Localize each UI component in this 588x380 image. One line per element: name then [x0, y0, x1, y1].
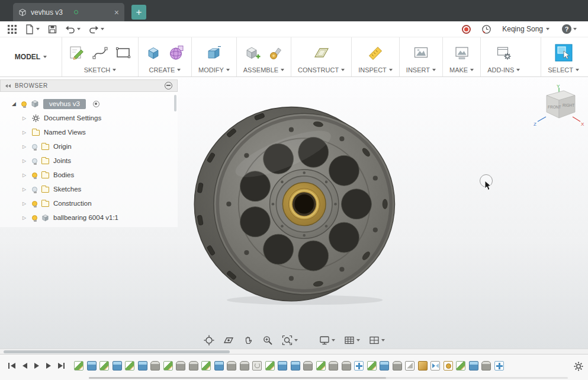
disclosure-icon[interactable]: ▷ — [23, 187, 28, 192]
disclosure-icon[interactable]: ▷ — [23, 116, 28, 121]
timeline-feature-sketch[interactable] — [456, 361, 465, 371]
select-button[interactable] — [555, 44, 573, 62]
timeline-feature-cylinder[interactable] — [150, 361, 160, 371]
disclosure-icon[interactable]: ▷ — [23, 130, 28, 135]
timeline-feature-extrude[interactable] — [380, 361, 389, 371]
ribbon-group-label[interactable]: SELECT — [548, 65, 579, 75]
timeline-feature-cylinder[interactable] — [240, 361, 249, 371]
minimize-panel-icon[interactable] — [165, 82, 172, 90]
browser-scrollbar[interactable] — [174, 95, 176, 111]
timeline-feature-combine[interactable] — [418, 361, 428, 371]
model-3d-view[interactable] — [184, 98, 410, 312]
timeline-feature-sketch[interactable] — [367, 361, 377, 371]
timeline-step-forward-button[interactable] — [43, 360, 54, 371]
ribbon-group-label[interactable]: ADD-INS — [487, 65, 520, 75]
browser-item[interactable]: ▷Joints — [0, 154, 178, 168]
browser-root-item[interactable]: ◢ vevhus v3 — [0, 97, 178, 111]
timeline-scrollbar-thumb[interactable] — [89, 377, 386, 379]
spline-button[interactable] — [92, 44, 108, 61]
timeline-feature-extrude[interactable] — [469, 361, 478, 371]
extrude-button[interactable] — [145, 44, 162, 61]
timeline-feature-cylinder[interactable] — [227, 361, 236, 371]
scripts-addins-button[interactable] — [496, 44, 512, 61]
timeline-feature-cylinder[interactable] — [342, 361, 351, 371]
collapse-panel-icon[interactable] — [5, 84, 11, 88]
disclosure-icon[interactable]: ▷ — [23, 201, 28, 206]
timeline-feature-extrude[interactable] — [291, 361, 300, 371]
timeline-skip-end-button[interactable] — [54, 360, 69, 371]
document-tab[interactable]: vevhus v3 × — [13, 3, 124, 21]
timeline-feature-cylinder[interactable] — [303, 361, 313, 371]
timeline-feature-pattern[interactable] — [354, 361, 364, 371]
component-activate-icon[interactable] — [93, 101, 99, 107]
horizontal-scrollbar[interactable] — [0, 349, 588, 354]
timeline-feature-pattern[interactable] — [494, 361, 504, 371]
browser-item[interactable]: ▷Origin — [0, 139, 178, 154]
redo-button[interactable] — [87, 24, 106, 34]
joint-button[interactable] — [267, 44, 284, 61]
visibility-bulb-icon[interactable] — [32, 144, 37, 149]
timeline-feature-extrude[interactable] — [138, 361, 147, 371]
user-menu[interactable]: Keqing Song — [502, 25, 550, 33]
fit-button[interactable] — [281, 334, 298, 346]
timeline-feature-sketch[interactable] — [201, 361, 211, 371]
browser-item[interactable]: ▷Construction — [0, 196, 178, 210]
ribbon-group-label[interactable]: CREATE — [149, 65, 181, 75]
browser-item[interactable]: ▷Named Views — [0, 125, 178, 139]
timeline-feature-mirror[interactable] — [430, 361, 440, 371]
orbit-button[interactable] — [203, 334, 215, 346]
ribbon-group-label[interactable]: SKETCH — [84, 65, 117, 75]
timeline-feature-sketch[interactable] — [125, 361, 134, 371]
browser-header[interactable]: BROWSER — [0, 79, 178, 92]
construction-plane-button[interactable] — [313, 44, 330, 61]
disclosure-icon[interactable]: ▷ — [23, 215, 28, 221]
save-button[interactable] — [46, 24, 59, 34]
visibility-bulb-icon[interactable] — [32, 173, 37, 178]
ribbon-group-label[interactable]: MODIFY — [198, 65, 230, 75]
ribbon-group-label[interactable]: INSPECT — [358, 65, 393, 75]
create-form-button[interactable] — [168, 44, 185, 61]
timeline-step-back-button[interactable] — [19, 360, 31, 371]
timeline-feature-sketch[interactable] — [99, 361, 109, 371]
browser-item[interactable]: ▷Sketches — [0, 182, 178, 196]
browser-item[interactable]: ▷Document Settings — [0, 111, 178, 125]
timeline-feature-sketch[interactable] — [316, 361, 326, 371]
grid-snap-button[interactable] — [343, 334, 361, 346]
ribbon-group-label[interactable]: INSERT — [406, 65, 436, 75]
ribbon-group-label[interactable]: ASSEMBLE — [243, 65, 284, 75]
data-panel-button[interactable] — [6, 24, 18, 34]
look-at-button[interactable] — [223, 334, 234, 346]
timeline-feature-cylinder[interactable] — [329, 361, 338, 371]
create-sketch-button[interactable] — [69, 44, 85, 61]
ribbon-group-label[interactable]: CONSTRUCT — [298, 65, 345, 75]
timeline-skip-start-button[interactable] — [5, 360, 19, 371]
visibility-bulb-icon[interactable] — [32, 187, 37, 192]
tab-close-button[interactable]: × — [114, 8, 119, 17]
timeline-feature-extrude[interactable] — [87, 361, 97, 371]
record-button[interactable] — [462, 25, 471, 34]
timeline-feature-extrude[interactable] — [113, 361, 122, 371]
timeline-feature-coil[interactable] — [252, 361, 262, 371]
viewport-canvas[interactable]: Y Z X FRONT RIGHT BROWSER ◢ — [0, 78, 588, 349]
pan-button[interactable] — [242, 334, 254, 346]
disclosure-icon[interactable]: ▷ — [23, 158, 28, 164]
timeline-feature-sketch[interactable] — [74, 361, 83, 371]
timeline-feature-cylinder[interactable] — [189, 361, 198, 371]
timeline-feature-chamfer[interactable] — [405, 361, 415, 371]
viewports-button[interactable] — [368, 334, 385, 346]
timeline-feature-joint[interactable] — [444, 361, 453, 371]
new-component-button[interactable] — [244, 44, 261, 61]
browser-root-label[interactable]: vevhus v3 — [43, 99, 86, 109]
timeline-feature-sketch[interactable] — [265, 361, 275, 371]
zoom-button[interactable] — [262, 334, 274, 346]
timeline-feature-extrude[interactable] — [214, 361, 224, 371]
visibility-bulb-icon[interactable] — [32, 215, 37, 221]
visibility-bulb-icon[interactable] — [32, 158, 37, 164]
timeline-settings-button[interactable] — [574, 360, 583, 371]
visibility-bulb-icon[interactable] — [21, 101, 27, 107]
help-menu[interactable]: ? — [560, 24, 579, 34]
press-pull-button[interactable] — [205, 44, 222, 61]
scrollbar-thumb[interactable] — [4, 350, 230, 354]
timeline-feature-cylinder[interactable] — [393, 361, 402, 371]
job-status-clock-icon[interactable] — [481, 24, 491, 34]
